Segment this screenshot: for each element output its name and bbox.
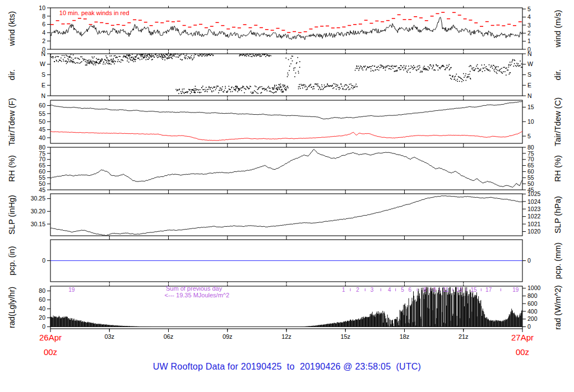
y-tick-label: 1024 bbox=[527, 198, 541, 205]
y-tick-label: W bbox=[40, 60, 45, 67]
y-tick-label: 80 bbox=[527, 144, 534, 151]
y-tick-label: 4 bbox=[42, 29, 45, 36]
y-tick-label: 5 bbox=[527, 133, 531, 139]
date-label-left-line2: 00z bbox=[44, 347, 57, 357]
y-axis-right: 012345 bbox=[522, 6, 531, 53]
y-tick-label: 1021 bbox=[527, 221, 541, 227]
panel-frame bbox=[50, 194, 522, 236]
y-tick-label: 45 bbox=[39, 186, 45, 193]
y-tick-label: 30.20 bbox=[31, 208, 45, 214]
y-tick-label: 55 bbox=[527, 174, 534, 181]
ylabel-left-precip: pcp. (in) bbox=[7, 246, 16, 275]
ylabel-right-pressure: SLP (hPa) bbox=[553, 196, 562, 234]
direction-scatter bbox=[50, 54, 522, 94]
y-tick-label: 45 bbox=[39, 126, 45, 133]
panel-pressure: 30.1530.2030.25102010211022102310241025S… bbox=[7, 190, 562, 237]
annotation-mj-marker: 13 bbox=[456, 287, 463, 293]
y-tick-label: 6 bbox=[42, 21, 45, 27]
ylabel-right-humidity: RH (%) bbox=[553, 155, 562, 182]
annotation-mj-marker: 19 bbox=[512, 287, 519, 293]
y-tick-label: 75 bbox=[527, 150, 534, 157]
y-axis-left: NESWN bbox=[40, 50, 50, 99]
y-tick-label: 15 bbox=[527, 104, 534, 110]
x-tick-label: 03z bbox=[104, 333, 114, 340]
y-axis-left: 4045505560 bbox=[39, 102, 50, 141]
y-tick-label: 2 bbox=[527, 30, 531, 36]
ylabel-left-radiation: rad(Lgly/hr) bbox=[7, 287, 16, 328]
x-tick-label: 21z bbox=[459, 333, 469, 340]
y-tick-label: 55 bbox=[39, 110, 45, 117]
ylabel-right-temperature: Tair/Tdew (C) bbox=[553, 97, 562, 146]
y-tick-label: N bbox=[41, 50, 45, 57]
panel-temperature: 404550556051015Tair/Tdew (F)Tair/Tdew (C… bbox=[7, 97, 562, 146]
y-tick-label: 3 bbox=[527, 22, 531, 29]
y-axis-left: 0 bbox=[42, 257, 50, 264]
y-axis-right: 0 bbox=[522, 257, 531, 264]
y-tick-label: 0 bbox=[527, 323, 531, 330]
y-tick-label: 600 bbox=[527, 300, 538, 307]
y-tick-label: 50 bbox=[39, 180, 45, 187]
humidity-line bbox=[50, 150, 522, 188]
ylabel-right-wind: wind (m/s) bbox=[553, 10, 562, 48]
y-tick-label: 80 bbox=[39, 287, 45, 294]
air-temp-line bbox=[50, 101, 522, 119]
x-tick-label: 06z bbox=[164, 333, 174, 340]
y-tick-label: 200 bbox=[527, 315, 538, 322]
wind-average-line bbox=[50, 17, 522, 40]
y-axis-left: 020406080 bbox=[39, 287, 50, 330]
y-tick-label: 40 bbox=[39, 305, 45, 312]
date-label-right-line2: 00z bbox=[516, 347, 529, 357]
y-tick-label: 1022 bbox=[527, 213, 541, 220]
ylabel-left-pressure: SLP (inHg) bbox=[7, 195, 16, 235]
ylabel-left-humidity: RH (%) bbox=[7, 155, 16, 182]
panel-frame bbox=[50, 147, 522, 190]
y-tick-label: 70 bbox=[39, 156, 45, 162]
date-label-right-line1: 27Apr bbox=[511, 333, 534, 342]
y-tick-label: 1020 bbox=[527, 228, 541, 235]
y-tick-label: 4 bbox=[527, 13, 531, 20]
annotation-peak-wind-note: 10 min. peak winds in red bbox=[59, 10, 129, 16]
annotation-mj-marker: 15 bbox=[470, 287, 477, 293]
x-tick-label: 18z bbox=[400, 333, 410, 340]
y-tick-label: 65 bbox=[39, 162, 45, 169]
ylabel-right-radiation: rad (W/m^2) bbox=[553, 285, 562, 329]
y-tick-label: N bbox=[527, 92, 532, 99]
y-tick-label: E bbox=[527, 82, 531, 88]
x-tick-label: 09z bbox=[223, 333, 233, 340]
y-tick-label: 400 bbox=[527, 308, 538, 315]
y-tick-label: 10 bbox=[527, 118, 534, 125]
y-tick-label: 800 bbox=[527, 292, 538, 299]
y-axis-right: 4550556065707580 bbox=[522, 144, 534, 193]
ylabel-right-precip: pcp. (mm) bbox=[553, 242, 562, 279]
y-tick-label: 55 bbox=[39, 174, 45, 181]
y-tick-label: N bbox=[527, 50, 532, 57]
panel-frame bbox=[50, 100, 522, 143]
annotation-mj-marker: 9 bbox=[433, 287, 436, 293]
y-tick-label: 1025 bbox=[527, 190, 541, 197]
panel-direction: NESWNNESWNdir.dir. bbox=[7, 50, 562, 99]
y-tick-label: E bbox=[41, 82, 45, 88]
radiation-bars bbox=[50, 287, 522, 327]
y-tick-label: 1000 bbox=[527, 284, 541, 291]
annotation-mj-marker: 6 bbox=[409, 287, 412, 293]
ylabel-left-wind: wind (kts) bbox=[7, 11, 16, 46]
y-axis-right: NESWN bbox=[522, 50, 533, 99]
y-tick-label: 50 bbox=[527, 180, 534, 187]
y-tick-label: 60 bbox=[39, 296, 45, 303]
weather-dashboard: 0246810012345wind (kts)wind (m/s)10 min.… bbox=[0, 0, 574, 392]
y-tick-label: S bbox=[527, 71, 531, 78]
ylabel-left-temperature: Tair/Tdew (F) bbox=[7, 98, 16, 146]
y-tick-label: 1023 bbox=[527, 206, 541, 212]
y-tick-label: 0 bbox=[527, 257, 531, 264]
y-tick-label: 30.25 bbox=[31, 195, 45, 202]
panel-humidity: 45505560657075804550556065707580RH (%)RH… bbox=[7, 144, 562, 193]
pressure-line bbox=[50, 196, 522, 236]
y-tick-label: 60 bbox=[39, 168, 45, 175]
chart-title: UW Rooftop Data for 20190425 to 20190426… bbox=[0, 362, 574, 372]
annotation-mj-marker: 11 bbox=[443, 287, 449, 293]
x-tick-label: 12z bbox=[281, 333, 291, 340]
dew-point-line bbox=[50, 132, 522, 141]
annotation-mj-marker: 4 bbox=[388, 287, 391, 293]
y-tick-label: 2 bbox=[42, 38, 45, 44]
y-tick-label: W bbox=[527, 60, 533, 67]
